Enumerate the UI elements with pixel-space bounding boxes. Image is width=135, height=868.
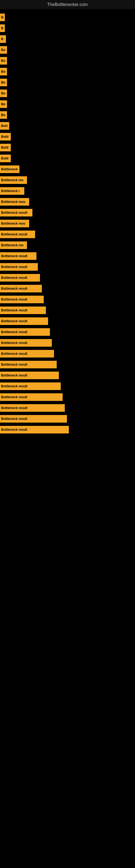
bar-item: B [0, 24, 5, 32]
bar-row: Bottleneck result [0, 372, 135, 379]
bar-row: Bottl [0, 133, 135, 141]
bar-label: Bottleneck result [1, 254, 27, 258]
bar-label: Bottleneck result [1, 276, 27, 280]
bar-row: Bo [0, 90, 135, 97]
bar-item: Bottleneck resu [0, 198, 29, 206]
bar-item: Bottl [0, 144, 11, 151]
bar-row: Bo [0, 100, 135, 108]
bar-item: Bottleneck result [0, 328, 50, 336]
bar-item: Bottleneck result [0, 307, 46, 314]
bar-label: Bottleneck result [1, 428, 27, 432]
bar-row: Bottleneck result [0, 339, 135, 347]
bar-label: Bottleneck result [1, 373, 27, 377]
bar-label: Bottl [1, 135, 8, 138]
bar-label: Bo [1, 113, 5, 117]
bar-chart: BBBBoBoBoBoBoBoBoBottBottlBottlBottlBott… [0, 9, 135, 438]
bar-row: Bottleneck result [0, 393, 135, 401]
bar-row: Bottleneck result [0, 263, 135, 271]
bar-row: Bo [0, 57, 135, 65]
bar-item: Bottleneck result [0, 426, 69, 433]
bar-label: Bottleneck result [1, 232, 27, 236]
bar-item: Bo [0, 90, 7, 97]
bar-item: Bottleneck result [0, 350, 54, 358]
bar-item: Bottleneck result [0, 361, 57, 368]
bar-row: Bottleneck result [0, 285, 135, 292]
bar-label: Bottleneck result [1, 406, 27, 410]
bar-label: Bottleneck result [1, 308, 27, 312]
bar-label: Bott [1, 124, 8, 128]
bar-row: B [0, 35, 135, 43]
bar-item: Bottleneck result [0, 285, 42, 292]
bar-row: Bottleneck result [0, 328, 135, 336]
bar-label: Bottleneck result [1, 417, 27, 421]
bar-item: Bottleneck result [0, 382, 61, 390]
bar-label: Bo [1, 70, 5, 73]
bar-label: Bottleneck result [1, 395, 27, 399]
bar-row: Bottleneck result [0, 317, 135, 325]
bar-label: Bottleneck result [1, 211, 27, 215]
bar-item: Bottleneck result [0, 296, 44, 303]
bar-label: Bottl [1, 146, 8, 150]
bar-row: Bottleneck result [0, 350, 135, 358]
bar-row: Bottleneck res [0, 241, 135, 249]
bar-label: Bottleneck result [1, 341, 27, 345]
bar-row: Bottleneck result [0, 209, 135, 216]
bar-item: Bottleneck result [0, 404, 65, 412]
bar-item: Bottleneck result [0, 252, 37, 260]
bar-item: Bottleneck result [0, 339, 52, 347]
bar-item: Bo [0, 100, 7, 108]
bar-row: Bottleneck [0, 165, 135, 173]
bar-item: Bottleneck result [0, 372, 59, 379]
bar-row: B [0, 13, 135, 21]
bar-item: Bottleneck result [0, 230, 35, 238]
bar-label: Bottleneck result [1, 298, 27, 301]
bar-row: Bottl [0, 155, 135, 162]
bar-item: Bottleneck result [0, 415, 67, 423]
bar-item: Bottleneck result [0, 317, 48, 325]
bar-row: Bottleneck r [0, 187, 135, 195]
bar-label: Bottleneck resu [1, 222, 26, 225]
bar-label: Bottleneck result [1, 384, 27, 388]
bar-item: Bottleneck res [0, 241, 27, 249]
bar-row: Bottleneck result [0, 296, 135, 303]
bar-row: Bo [0, 46, 135, 54]
bar-row: Bo [0, 111, 135, 119]
bar-row: Bottleneck result [0, 230, 135, 238]
bar-row: Bo [0, 68, 135, 75]
bar-row: Bottleneck result [0, 274, 135, 282]
bar-label: B [1, 37, 3, 41]
bar-label: Bo [1, 59, 5, 63]
bar-row: Bottleneck result [0, 404, 135, 412]
bar-item: Bo [0, 79, 7, 86]
bar-row: Bottleneck res [0, 176, 135, 184]
site-title-bar: TheBottlenecker.com [0, 0, 135, 9]
bar-item: Bo [0, 46, 7, 54]
bar-row: Bottleneck result [0, 426, 135, 433]
bar-row: Bottleneck result [0, 415, 135, 423]
bar-label: Bottleneck result [1, 319, 27, 323]
bar-row: Bottleneck result [0, 252, 135, 260]
bar-label: B [1, 16, 3, 19]
bar-label: Bottleneck r [1, 189, 20, 193]
bar-label: Bo [1, 102, 5, 106]
bar-row: B [0, 24, 135, 32]
bar-item: Bottleneck r [0, 187, 24, 195]
bar-label: Bottleneck result [1, 287, 27, 290]
bar-item: Bottl [0, 155, 11, 162]
bar-item: Bott [0, 122, 9, 130]
bar-label: Bottleneck result [1, 265, 27, 269]
bar-item: Bottleneck result [0, 274, 40, 282]
bar-item: Bottleneck res [0, 176, 27, 184]
bar-item: Bo [0, 111, 7, 119]
bar-row: Bottleneck result [0, 307, 135, 314]
bar-row: Bo [0, 79, 135, 86]
bar-row: Bottleneck result [0, 361, 135, 368]
bar-item: Bottl [0, 133, 11, 141]
bar-label: Bottleneck resu [1, 200, 26, 204]
bar-label: Bottleneck result [1, 363, 27, 367]
bar-row: Bottleneck result [0, 382, 135, 390]
bar-item: B [0, 13, 5, 21]
bar-label: Bottl [1, 156, 8, 160]
bar-row: Bottl [0, 144, 135, 151]
bar-row: Bottleneck resu [0, 198, 135, 206]
